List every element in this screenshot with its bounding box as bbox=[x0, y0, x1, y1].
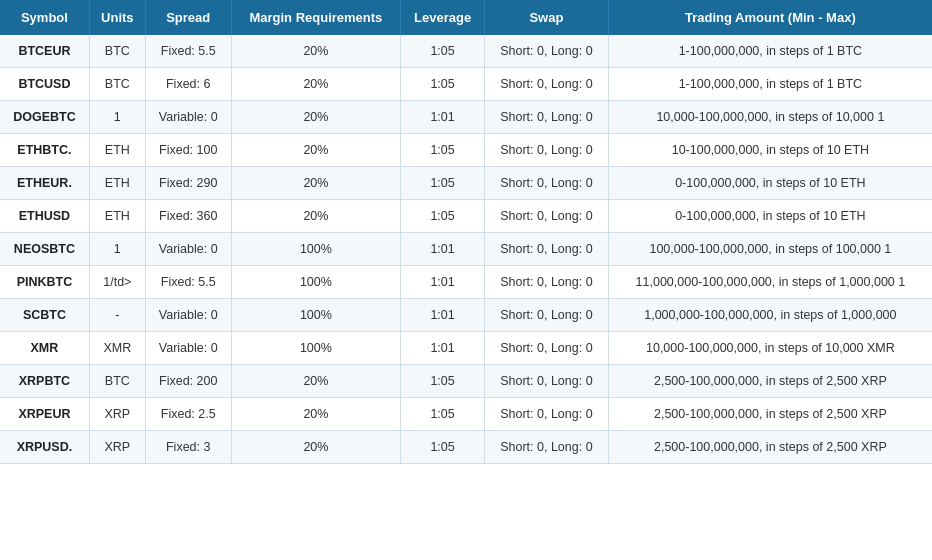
cell-swap: Short: 0, Long: 0 bbox=[484, 266, 608, 299]
cell-leverage: 1:05 bbox=[401, 431, 485, 464]
cell-units: 1 bbox=[89, 101, 145, 134]
cell-units: 1/td> bbox=[89, 266, 145, 299]
cell-units: XMR bbox=[89, 332, 145, 365]
cell-spread: Fixed: 100 bbox=[145, 134, 231, 167]
cell-spread: Fixed: 290 bbox=[145, 167, 231, 200]
cell-trading-amount: 1-100,000,000, in steps of 1 BTC bbox=[608, 35, 932, 68]
cell-leverage: 1:01 bbox=[401, 266, 485, 299]
cell-swap: Short: 0, Long: 0 bbox=[484, 233, 608, 266]
cell-trading-amount: 1,000,000-100,000,000, in steps of 1,000… bbox=[608, 299, 932, 332]
table-row: BTCEURBTCFixed: 5.520%1:05Short: 0, Long… bbox=[0, 35, 932, 68]
cell-leverage: 1:01 bbox=[401, 233, 485, 266]
cell-swap: Short: 0, Long: 0 bbox=[484, 200, 608, 233]
table-row: XRPEURXRPFixed: 2.520%1:05Short: 0, Long… bbox=[0, 398, 932, 431]
cell-units: 1 bbox=[89, 233, 145, 266]
cell-units: ETH bbox=[89, 167, 145, 200]
cell-swap: Short: 0, Long: 0 bbox=[484, 365, 608, 398]
cell-symbol: DOGEBTC bbox=[0, 101, 89, 134]
cell-trading-amount: 10,000-100,000,000, in steps of 10,000 1 bbox=[608, 101, 932, 134]
cell-trading-amount: 10,000-100,000,000, in steps of 10,000 X… bbox=[608, 332, 932, 365]
cell-units: XRP bbox=[89, 398, 145, 431]
cell-trading-amount: 2,500-100,000,000, in steps of 2,500 XRP bbox=[608, 398, 932, 431]
cell-leverage: 1:01 bbox=[401, 101, 485, 134]
cell-trading-amount: 100,000-100,000,000, in steps of 100,000… bbox=[608, 233, 932, 266]
table-row: DOGEBTC1Variable: 020%1:01Short: 0, Long… bbox=[0, 101, 932, 134]
cell-symbol: ETHBTC. bbox=[0, 134, 89, 167]
cell-margin: 20% bbox=[231, 398, 401, 431]
cell-symbol: BTCUSD bbox=[0, 68, 89, 101]
cell-leverage: 1:05 bbox=[401, 365, 485, 398]
col-trading-amount: Trading Amount (Min - Max) bbox=[608, 0, 932, 35]
cell-units: BTC bbox=[89, 68, 145, 101]
cell-margin: 100% bbox=[231, 233, 401, 266]
cell-margin: 100% bbox=[231, 299, 401, 332]
cell-swap: Short: 0, Long: 0 bbox=[484, 299, 608, 332]
cell-margin: 20% bbox=[231, 167, 401, 200]
cell-symbol: BTCEUR bbox=[0, 35, 89, 68]
cell-swap: Short: 0, Long: 0 bbox=[484, 134, 608, 167]
cell-leverage: 1:05 bbox=[401, 68, 485, 101]
table-row: XRPUSD.XRPFixed: 320%1:05Short: 0, Long:… bbox=[0, 431, 932, 464]
table-row: BTCUSDBTCFixed: 620%1:05Short: 0, Long: … bbox=[0, 68, 932, 101]
cell-leverage: 1:05 bbox=[401, 398, 485, 431]
table-header-row: Symbol Units Spread Margin Requirements … bbox=[0, 0, 932, 35]
col-symbol: Symbol bbox=[0, 0, 89, 35]
cell-spread: Fixed: 5.5 bbox=[145, 266, 231, 299]
cell-units: BTC bbox=[89, 365, 145, 398]
cell-spread: Fixed: 5.5 bbox=[145, 35, 231, 68]
cell-symbol: NEOSBTC bbox=[0, 233, 89, 266]
table-row: PINKBTC1/td>Fixed: 5.5100%1:01Short: 0, … bbox=[0, 266, 932, 299]
cell-spread: Fixed: 3 bbox=[145, 431, 231, 464]
cell-leverage: 1:05 bbox=[401, 167, 485, 200]
cell-swap: Short: 0, Long: 0 bbox=[484, 101, 608, 134]
cell-margin: 100% bbox=[231, 332, 401, 365]
cell-symbol: XMR bbox=[0, 332, 89, 365]
cell-units: BTC bbox=[89, 35, 145, 68]
cell-symbol: ETHEUR. bbox=[0, 167, 89, 200]
cell-symbol: PINKBTC bbox=[0, 266, 89, 299]
col-margin: Margin Requirements bbox=[231, 0, 401, 35]
col-swap: Swap bbox=[484, 0, 608, 35]
cell-spread: Variable: 0 bbox=[145, 332, 231, 365]
cell-leverage: 1:05 bbox=[401, 35, 485, 68]
cell-symbol: XRPUSD. bbox=[0, 431, 89, 464]
cell-spread: Fixed: 6 bbox=[145, 68, 231, 101]
cell-margin: 20% bbox=[231, 134, 401, 167]
cell-margin: 20% bbox=[231, 68, 401, 101]
col-spread: Spread bbox=[145, 0, 231, 35]
col-leverage: Leverage bbox=[401, 0, 485, 35]
cell-spread: Variable: 0 bbox=[145, 233, 231, 266]
table-row: NEOSBTC1Variable: 0100%1:01Short: 0, Lon… bbox=[0, 233, 932, 266]
table-row: SCBTC-Variable: 0100%1:01Short: 0, Long:… bbox=[0, 299, 932, 332]
cell-spread: Fixed: 2.5 bbox=[145, 398, 231, 431]
cell-leverage: 1:05 bbox=[401, 200, 485, 233]
table-row: ETHBTC.ETHFixed: 10020%1:05Short: 0, Lon… bbox=[0, 134, 932, 167]
cell-margin: 20% bbox=[231, 101, 401, 134]
table-row: XRPBTCBTCFixed: 20020%1:05Short: 0, Long… bbox=[0, 365, 932, 398]
cell-trading-amount: 10-100,000,000, in steps of 10 ETH bbox=[608, 134, 932, 167]
col-units: Units bbox=[89, 0, 145, 35]
cell-swap: Short: 0, Long: 0 bbox=[484, 332, 608, 365]
cell-margin: 20% bbox=[231, 431, 401, 464]
table-row: XMRXMRVariable: 0100%1:01Short: 0, Long:… bbox=[0, 332, 932, 365]
cell-margin: 20% bbox=[231, 365, 401, 398]
cell-symbol: ETHUSD bbox=[0, 200, 89, 233]
cell-symbol: SCBTC bbox=[0, 299, 89, 332]
cell-spread: Variable: 0 bbox=[145, 299, 231, 332]
cell-leverage: 1:01 bbox=[401, 299, 485, 332]
cell-leverage: 1:01 bbox=[401, 332, 485, 365]
cell-leverage: 1:05 bbox=[401, 134, 485, 167]
cell-symbol: XRPBTC bbox=[0, 365, 89, 398]
cell-trading-amount: 11,000,000-100,000,000, in steps of 1,00… bbox=[608, 266, 932, 299]
cell-units: ETH bbox=[89, 200, 145, 233]
cell-trading-amount: 1-100,000,000, in steps of 1 BTC bbox=[608, 68, 932, 101]
cell-swap: Short: 0, Long: 0 bbox=[484, 431, 608, 464]
cell-units: XRP bbox=[89, 431, 145, 464]
cell-trading-amount: 0-100,000,000, in steps of 10 ETH bbox=[608, 200, 932, 233]
cell-swap: Short: 0, Long: 0 bbox=[484, 398, 608, 431]
cell-spread: Fixed: 360 bbox=[145, 200, 231, 233]
cell-units: - bbox=[89, 299, 145, 332]
cell-margin: 20% bbox=[231, 200, 401, 233]
cell-trading-amount: 2,500-100,000,000, in steps of 2,500 XRP bbox=[608, 365, 932, 398]
cell-spread: Fixed: 200 bbox=[145, 365, 231, 398]
